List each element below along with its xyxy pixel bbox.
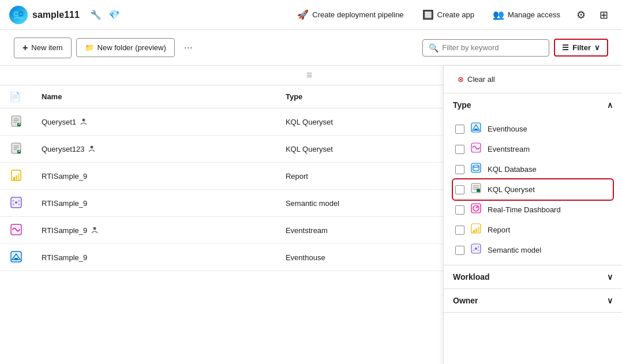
filter-icon-report: [470, 223, 482, 237]
item-name-text: RTISample_9: [42, 253, 87, 262]
filter-label-kql-database: KQL Database: [488, 165, 537, 174]
svg-rect-10: [16, 175, 17, 180]
svg-point-38: [478, 246, 479, 247]
person-icon: [80, 117, 88, 127]
filter-label-eventhouse: Eventhouse: [488, 125, 527, 133]
col-icon: 📄: [0, 85, 32, 108]
row-type-icon: [0, 136, 32, 163]
row-type-icon: [0, 244, 32, 271]
filter-items-type: Eventhouse Eventstream KQL Database KQL …: [444, 117, 622, 265]
manage-access-label: Manage access: [508, 10, 560, 19]
top-nav: sample111 🔧 💎 🚀 Create deployment pipeli…: [0, 0, 622, 30]
filter-checkbox-report[interactable]: [455, 226, 464, 235]
filter-label-semantic-model: Semantic model: [488, 246, 541, 254]
search-input[interactable]: [442, 43, 543, 52]
gear-icon: ⚙: [576, 9, 586, 21]
row-name-cell: RTISample_9: [32, 217, 276, 244]
svg-point-19: [93, 227, 96, 230]
filter-icon-eventstream: [470, 142, 482, 156]
filter-icon: ☰: [562, 43, 569, 52]
filter-checkbox-semantic-model[interactable]: [455, 246, 464, 255]
filter-icon-real-time-dashboard: [470, 203, 482, 216]
filter-icon-kql-queryset: [470, 183, 482, 196]
workload-expand-icon: ∨: [607, 272, 613, 282]
create-app-button[interactable]: 🔲 Create app: [415, 6, 481, 24]
folder-icon: 📁: [85, 43, 94, 52]
filter-item-semantic-model[interactable]: Semantic model: [453, 240, 613, 260]
new-folder-button[interactable]: 📁 New folder (preview): [76, 38, 175, 57]
filter-icon-kql-database: [470, 163, 482, 176]
svg-rect-9: [13, 177, 15, 180]
row-type-icon: [0, 217, 32, 244]
gear-button[interactable]: ⚙: [572, 5, 590, 25]
file-icon: 📄: [9, 92, 21, 102]
row-name-cell: RTISample_9: [32, 190, 276, 217]
svg-point-15: [18, 200, 20, 202]
svg-point-7: [91, 145, 93, 148]
create-pipeline-button[interactable]: 🚀 Create deployment pipeline: [290, 6, 410, 24]
row-type-icon: [0, 190, 32, 217]
filter-checkbox-real-time-dashboard[interactable]: [455, 205, 464, 215]
svg-point-0: [14, 12, 18, 16]
filter-item-real-time-dashboard[interactable]: Real-Time Dashboard: [453, 200, 613, 220]
svg-rect-33: [475, 228, 477, 232]
more-options-button[interactable]: ···: [179, 37, 197, 58]
settings-small-icon[interactable]: 🔧: [90, 9, 102, 20]
filter-checkbox-eventhouse[interactable]: [455, 125, 464, 134]
svg-point-17: [18, 204, 20, 205]
person-icon: [91, 226, 99, 235]
filter-label-report: Report: [488, 226, 510, 234]
filter-checkbox-kql-database[interactable]: [455, 165, 464, 174]
workload-section-label: Workload: [453, 272, 490, 282]
filter-checkbox-eventstream[interactable]: [455, 145, 464, 154]
plus-icon: +: [23, 43, 28, 53]
row-name-cell: Queryset123: [32, 136, 276, 163]
search-box[interactable]: 🔍: [422, 39, 549, 57]
filter-label-kql-queryset: KQL Queryset: [488, 185, 535, 194]
item-name-text: RTISample_9: [42, 172, 87, 181]
filter-item-eventstream[interactable]: Eventstream: [453, 139, 613, 159]
filter-item-kql-database[interactable]: KQL Database: [453, 159, 613, 179]
filter-panel-header: ⊗ Clear all: [444, 66, 622, 93]
windows-icon: ⊞: [599, 9, 608, 21]
item-name-text: Queryset123: [42, 145, 84, 153]
filter-item-report[interactable]: Report: [453, 220, 613, 240]
filter-item-kql-queryset[interactable]: KQL Queryset: [453, 179, 613, 200]
app-icon: 🔲: [422, 9, 434, 20]
type-collapse-icon: ∧: [607, 100, 613, 110]
filter-section-type: Type ∧ Eventhouse Eventstream KQL Databa…: [444, 93, 622, 265]
person-icon: [88, 144, 96, 154]
filter-label-real-time-dashboard: Real-Time Dashboard: [488, 205, 561, 214]
clear-all-label: Clear all: [467, 75, 495, 84]
manage-access-button[interactable]: 👥 Manage access: [486, 6, 567, 24]
filter-section-owner-header[interactable]: Owner ∨: [444, 289, 622, 312]
filter-chevron-icon: ∨: [594, 43, 600, 52]
rocket-icon: 🚀: [297, 9, 309, 20]
row-type-icon: [0, 108, 32, 136]
new-item-label: New item: [31, 43, 62, 52]
svg-rect-23: [474, 129, 478, 130]
windows-button[interactable]: ⊞: [595, 5, 613, 25]
filter-section-owner: Owner ∨: [444, 289, 622, 313]
svg-rect-32: [473, 230, 475, 232]
filter-checkbox-kql-queryset[interactable]: [455, 185, 464, 194]
row-name-cell: RTISample_9: [32, 244, 276, 271]
clear-icon: ⊗: [458, 75, 464, 84]
svg-point-4: [82, 118, 85, 121]
new-item-button[interactable]: + New item: [14, 37, 72, 58]
toolbar: + New item 📁 New folder (preview) ··· 🔍 …: [0, 30, 622, 66]
filter-item-eventhouse[interactable]: Eventhouse: [453, 119, 613, 139]
filter-button[interactable]: ☰ Filter ∨: [554, 39, 608, 57]
clear-all-button[interactable]: ⊗ Clear all: [453, 73, 500, 86]
people-icon: 👥: [493, 9, 504, 20]
svg-rect-28: [477, 189, 480, 192]
filter-section-type-header[interactable]: Type ∧: [444, 93, 622, 117]
svg-point-14: [13, 200, 14, 202]
type-section-label: Type: [453, 100, 471, 110]
create-app-label: Create app: [437, 10, 474, 19]
content-area: ≡ 📄 Name Type Task Queryset1: [0, 66, 622, 364]
create-pipeline-label: Create deployment pipeline: [312, 10, 403, 19]
workspace-name: sample111: [32, 10, 80, 20]
filter-section-workload-header[interactable]: Workload ∨: [444, 265, 622, 288]
svg-point-16: [13, 204, 14, 205]
